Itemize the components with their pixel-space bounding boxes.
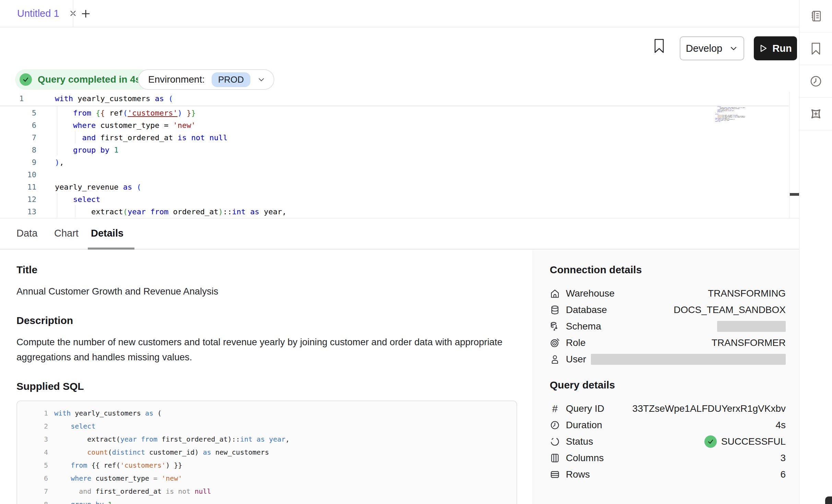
user-label: User [566,354,586,365]
warehouse-icon [550,288,560,299]
code-line: order by 1 [715,121,762,122]
bookmarks-panel-button[interactable] [799,33,832,65]
code-line: 5 from {{ ref('customers') }} [0,107,287,119]
plus-icon [81,9,91,19]
database-value: DOCS_TEAM_SANDBOX [674,304,786,315]
connection-row-database: Database DOCS_TEAM_SANDBOX [550,302,786,318]
duration-value: 4s [775,420,786,431]
run-button[interactable]: Run [754,36,797,60]
editor-scrollbar-track [789,92,790,218]
code-line: 5 from {{ ref('customers') }} [27,459,516,472]
status-label: Status [566,436,593,447]
notebook-panel-button[interactable] [799,0,832,33]
supplied-sql-heading: Supplied SQL [16,381,517,392]
results-tab-bar: Data Chart Details [0,219,799,250]
sql-editor[interactable]: 1with yearly_customers as ( 5 from {{ re… [0,92,799,218]
success-check-icon [704,435,717,448]
indent-guide [57,193,57,217]
query-row-rows: Rows 6 [550,466,786,483]
environment-selector[interactable]: Environment: PROD [138,69,274,90]
new-tab-button[interactable] [80,8,92,20]
code-line: 13 extract(year from ordered_at)::int as… [0,206,287,218]
connection-row-warehouse: Warehouse TRANSFORMING [550,285,786,302]
code-line: 9), [0,156,287,169]
chevron-down-icon [257,75,265,84]
clock-icon [809,74,823,88]
role-icon [550,338,560,348]
editor-code-lines[interactable]: 5 from {{ ref('customers') }}6 where cus… [0,107,287,218]
title-heading: Title [16,264,517,276]
environment-value-badge: PROD [212,72,250,87]
editor-sticky-code: 1with yearly_customers as ( [0,92,789,106]
rows-icon [550,469,560,480]
lineage-star-icon [809,107,823,121]
check-circle-icon [20,73,32,86]
bookmark-icon [810,42,822,56]
bookmark-button[interactable] [652,38,666,54]
code-line: 1with yearly_customers as ( [0,92,789,106]
code-line: 4 count(distinct customer_id) as new_cus… [27,446,516,459]
corner-floating-button[interactable] [825,496,832,504]
schema-value-redacted [717,321,786,332]
supplied-sql-code-block[interactable]: 1with yearly_customers as (2 select3 ext… [16,400,517,504]
run-label: Run [772,43,792,54]
schema-label: Schema [566,321,601,332]
history-panel-button[interactable] [799,65,832,98]
query-id-label: Query ID [566,403,604,414]
query-details-heading: Query details [550,379,786,391]
duration-label: Duration [566,420,602,431]
ide-window: Untitled 1 Develop Run [0,0,832,504]
editor-scrollbar-thumb[interactable] [790,193,799,196]
indent-guide [75,205,75,217]
lineage-panel-button[interactable] [799,98,832,130]
code-line: 11yearly_revenue as ( [0,181,287,193]
editor-sticky-line: 1with yearly_customers as ( [0,92,789,106]
schema-icon [550,321,560,332]
connection-row-user: User [550,351,786,368]
query-row-id: # Query ID 33TZseWpe1ALFDUYerxR1gVKxbv [550,400,786,417]
connection-row-role: Role TRANSFORMER [550,335,786,351]
tab-divider [73,0,73,27]
active-tab-indicator [88,248,134,250]
status-value: SUCCESSFUL [721,436,786,447]
code-line: 10 [0,169,287,181]
code-line: 6 where customer_type = 'new' [27,472,516,485]
code-line: 3 extract(year from first_ordered_at)::i… [27,433,516,446]
tab-chart[interactable]: Chart [54,228,79,239]
title-value: Annual Customer Growth and Revenue Analy… [16,284,517,299]
query-status-pill: Query completed in 4s [15,69,151,90]
description-heading: Description [16,315,517,326]
code-line: 6 where customer_type = 'new' [0,119,287,132]
connection-row-schema: Schema [550,318,786,335]
details-left-column: Title Annual Customer Growth and Revenue… [16,264,517,504]
code-line: 8 group by 1 [0,144,287,156]
query-row-duration: Duration 4s [550,417,786,433]
file-tab-bar: Untitled 1 [0,0,799,27]
code-line: 7 and first_ordered_at is not null [27,485,516,498]
query-row-status: Status SUCCESSFUL [550,433,786,450]
warehouse-label: Warehouse [566,288,615,299]
rows-label: Rows [566,469,590,480]
code-line: 1with yearly_customers as ( [27,407,516,420]
file-tab-untitled-1[interactable]: Untitled 1 [0,0,87,27]
notebook-icon [809,9,823,23]
columns-value: 3 [780,453,786,464]
code-line: 2 select [27,420,516,433]
spinner-icon [550,436,560,447]
play-icon [759,44,768,53]
develop-dropdown[interactable]: Develop [680,36,744,60]
warehouse-value: TRANSFORMING [708,288,786,299]
tab-details[interactable]: Details [91,228,123,239]
description-value: Compute the number of new customers and … [16,335,507,365]
code-line: 7 and first_ordered_at is not null [0,132,287,144]
clock-icon [550,420,560,430]
connection-details-heading: Connection details [550,264,786,276]
database-label: Database [566,304,607,315]
role-label: Role [566,337,586,348]
environment-label: Environment: [148,74,205,85]
query-status-text: Query completed in 4s [38,74,141,85]
rows-value: 6 [780,469,786,480]
tab-data[interactable]: Data [16,228,37,239]
user-icon [550,354,560,364]
details-right-column: Connection details Warehouse TRANSFORMIN… [550,264,786,483]
